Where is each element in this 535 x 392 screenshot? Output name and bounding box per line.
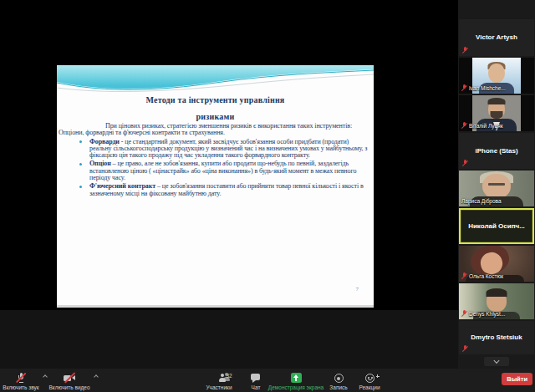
bullet-forward: Форварди - це стандартний документ, який… [89, 139, 368, 160]
participants-button[interactable]: 32 Участники [200, 371, 238, 391]
audio-options-chevron-icon[interactable] [43, 374, 48, 379]
muted-mic-icon [461, 272, 467, 279]
slide-bottom-strip [57, 305, 374, 308]
participants-icon: 32 [213, 373, 226, 383]
screen-share-area: Методи та інструменти управління ризикам… [0, 0, 458, 369]
unmute-label: Включить звук [3, 384, 38, 390]
participant-tile-ivan-mishche[interactable]: Ivan Mishche... [459, 58, 534, 94]
participant-name-badge: Ольга Костюк [461, 272, 503, 279]
participants-count: 32 [227, 373, 232, 379]
participant-name: Віталій Луцяк [469, 123, 503, 129]
reactions-button[interactable]: Реакции [356, 371, 383, 391]
slide-intro-paragraph: При цінових ризиках, стратегією зменшенн… [59, 123, 368, 137]
muted-mic-icon [15, 372, 27, 384]
video-figure [487, 288, 507, 297]
record-icon [334, 374, 344, 383]
participant-name-badge: Лариса Діброва [461, 198, 502, 204]
participant-name: Лариса Діброва [461, 198, 502, 204]
start-video-label: Включить видео [48, 384, 89, 390]
slide-title-line2: ризиками [57, 112, 374, 121]
participant-tile-vitaliy-lutsiak[interactable]: Віталій Луцяк [459, 95, 534, 131]
chat-label: Чат [252, 384, 261, 390]
share-screen-button[interactable]: Демонстрация экрана [269, 371, 323, 391]
participant-tile-nikolay-osipch-active-speaker[interactable]: Николай Осипч... [459, 208, 534, 244]
record-label: Запись [329, 384, 347, 390]
participant-tile-dmytro-stetsiuk[interactable]: Dmytro Stetsiuk [459, 321, 534, 354]
muted-mic-icon [461, 310, 467, 317]
participant-name: Dmytro Stetsiuk [459, 333, 534, 341]
chevron-down-icon [493, 358, 499, 364]
participant-tile-larysa-dibrova[interactable]: Лариса Діброва [459, 171, 534, 206]
slide-wave-decoration [57, 65, 374, 114]
plus-icon [376, 374, 380, 378]
collapse-gallery-button[interactable] [484, 357, 509, 366]
bullet-option: Опціон – це право, але не зобов'язання, … [89, 160, 368, 181]
participant-tile-olha-kostiuk[interactable]: Ольга Костюк [459, 246, 534, 282]
participant-name: Victor Artysh [459, 33, 534, 41]
muted-mic-icon [462, 47, 468, 53]
muted-camera-icon [63, 372, 76, 384]
participant-name: iPhone (Stas) [459, 146, 534, 154]
muted-mic-icon [462, 160, 468, 166]
reactions-icon [365, 374, 374, 383]
video-figure [491, 111, 503, 119]
chat-button[interactable]: Чат [245, 371, 267, 391]
zoom-meeting-window: Методи та інструменти управління ризикам… [0, 0, 535, 392]
share-screen-icon [291, 373, 302, 383]
video-figure [488, 98, 506, 104]
video-options-chevron-icon[interactable] [94, 374, 99, 379]
participant-name-badge: Ivan Mishche... [461, 84, 506, 91]
participant-tile-denys-khlyst[interactable]: Denys Khlyst... [459, 283, 534, 319]
bullet-futures: Ф'ючерсний контракт – це зобов'язання по… [89, 183, 368, 197]
chat-icon [251, 373, 261, 383]
slide-bullet-list: Форварди - це стандартний документ, який… [59, 139, 368, 197]
record-button[interactable]: Запись [327, 371, 350, 391]
unmute-button[interactable]: Включить звук [2, 371, 40, 391]
participants-label: Участники [206, 384, 232, 390]
muted-mic-icon [462, 345, 468, 352]
participant-name: Николай Осипч... [461, 221, 532, 229]
participant-name-badge: Denys Khlyst... [461, 310, 505, 317]
slide-title-line1: Методи та інструменти управління [57, 95, 374, 104]
reactions-label: Реакции [359, 384, 380, 390]
share-screen-label: Демонстрация экрана [268, 384, 324, 390]
slide-body: При цінових ризиках, стратегією зменшенн… [59, 123, 368, 199]
participant-name: Denys Khlyst... [469, 311, 505, 317]
participants-sidebar: Victor Artysh Ivan Mishche... [458, 0, 535, 369]
participant-tile-iphone-stas[interactable]: iPhone (Stas) [459, 133, 534, 169]
slide-page-number: 7 [356, 286, 359, 293]
participant-tile-victor-artysh[interactable]: Victor Artysh [459, 19, 534, 56]
presentation-slide: Методи та інструменти управління ризикам… [57, 65, 374, 308]
muted-mic-icon [461, 84, 467, 91]
video-figure [488, 64, 505, 83]
meeting-toolbar: Включить звук Включить видео 32 Участник… [0, 369, 535, 392]
glasses-figure [488, 183, 505, 186]
muted-mic-icon [461, 122, 467, 129]
participant-name: Ivan Mishche... [469, 85, 506, 91]
participant-name: Ольга Костюк [469, 273, 503, 279]
leave-meeting-button[interactable]: Выйти [502, 373, 532, 385]
participant-name-badge: Віталій Луцяк [461, 122, 503, 129]
start-video-button[interactable]: Включить видео [48, 371, 90, 391]
video-figure [482, 174, 511, 199]
